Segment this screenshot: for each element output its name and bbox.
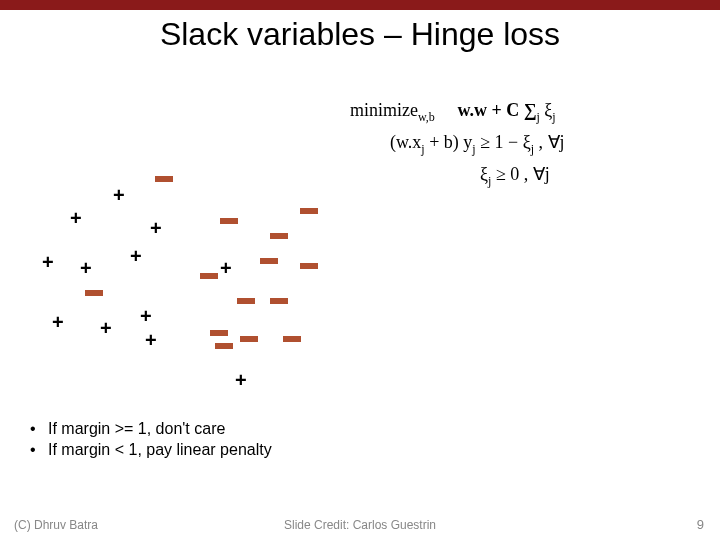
minus-mark (215, 335, 233, 353)
bullet-dot: • (30, 420, 48, 438)
optimization-formula: minimizew,b w.w + C ∑j ξj (w.xj + b) yj … (350, 95, 680, 191)
formula-objective: minimizew,b w.w + C ∑j ξj (350, 95, 680, 127)
minus-mark (220, 210, 238, 228)
formula-text: ≥ 1 − ξ (476, 132, 531, 152)
plus-mark: + (235, 370, 247, 390)
bullet-text: If margin >= 1, don't care (48, 420, 225, 438)
minus-mark (300, 200, 318, 218)
formula-text: + b) y (425, 132, 473, 152)
slide-title: Slack variables – Hinge loss (0, 16, 720, 53)
copyright-text: (C) Dhruv Batra (14, 518, 98, 532)
formula-text: ξ (540, 100, 553, 120)
minus-mark (240, 328, 258, 346)
formula-text: ξ (480, 164, 488, 184)
formula-text: ≥ 0 , ∀j (491, 164, 549, 184)
formula-constraint-1: (w.xj + b) yj ≥ 1 − ξj , ∀j (350, 127, 680, 159)
plus-mark: + (100, 318, 112, 338)
minus-mark (300, 255, 318, 273)
plus-mark: + (80, 258, 92, 278)
slide-footer: (C) Dhruv Batra Slide Credit: Carlos Gue… (0, 518, 720, 532)
bullet-text: If margin < 1, pay linear penalty (48, 441, 272, 459)
formula-text: w.w + C ∑ (457, 100, 536, 120)
slide-credit: Slide Credit: Carlos Guestrin (0, 518, 720, 532)
minus-mark (270, 225, 288, 243)
minus-mark (155, 168, 173, 186)
plus-mark: + (150, 218, 162, 238)
formula-text: minimize (350, 100, 418, 120)
minus-mark (270, 290, 288, 308)
formula-sub: w,b (418, 110, 435, 124)
minus-mark (237, 290, 255, 308)
formula-text: , ∀j (534, 132, 565, 152)
plus-mark: + (70, 208, 82, 228)
plus-mark: + (113, 185, 125, 205)
formula-sub: j (552, 110, 555, 124)
bullet-dot: • (30, 441, 48, 459)
bullet-item: • If margin < 1, pay linear penalty (30, 441, 330, 459)
minus-mark (260, 250, 278, 268)
plus-mark: + (130, 246, 142, 266)
plus-mark: + (42, 252, 54, 272)
plus-mark: + (145, 330, 157, 350)
minus-mark (200, 265, 218, 283)
slide-number: 9 (697, 517, 704, 532)
plus-mark: + (140, 306, 152, 326)
formula-constraint-2: ξj ≥ 0 , ∀j (350, 159, 680, 191)
plus-mark: + (52, 312, 64, 332)
formula-text: (w.x (390, 132, 421, 152)
minus-mark (283, 328, 301, 346)
bullet-list: • If margin >= 1, don't care • If margin… (30, 420, 330, 462)
minus-mark (85, 282, 103, 300)
scatter-plot: ++++++++++++ (15, 150, 355, 380)
plus-mark: + (220, 258, 232, 278)
slide-accent-bar (0, 0, 720, 10)
bullet-item: • If margin >= 1, don't care (30, 420, 330, 438)
